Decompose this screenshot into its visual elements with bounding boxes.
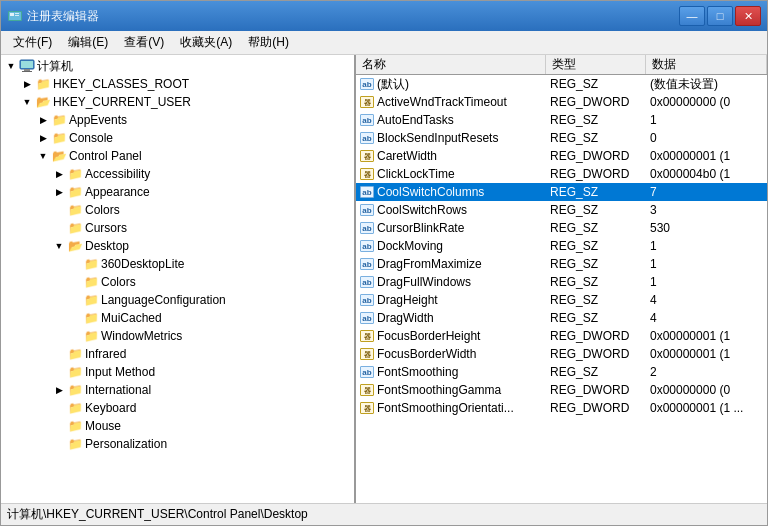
- cell-name: 器 FocusBorderWidth: [356, 345, 546, 363]
- cell-name: ab CoolSwitchColumns: [356, 183, 546, 201]
- tree-item-console[interactable]: ▶ 📁 Console: [1, 129, 354, 147]
- ab-value-icon: ab: [360, 312, 374, 324]
- tree-item-mouse[interactable]: 📁 Mouse: [1, 417, 354, 435]
- minimize-button[interactable]: —: [679, 6, 705, 26]
- menu-help[interactable]: 帮助(H): [240, 32, 297, 53]
- tree-item-keyboard[interactable]: 📁 Keyboard: [1, 399, 354, 417]
- tree-item-desktop[interactable]: ▼ 📂 Desktop: [1, 237, 354, 255]
- tree-label-keyboard: Keyboard: [85, 401, 136, 415]
- close-button[interactable]: ✕: [735, 6, 761, 26]
- value-name: FocusBorderHeight: [377, 329, 480, 343]
- tree-label-infrared: Infrared: [85, 347, 126, 361]
- cell-data: 0: [646, 129, 767, 147]
- expand-icon-mouse: [53, 420, 65, 432]
- table-row[interactable]: 器 ActiveWndTrackTimeout REG_DWORD 0x0000…: [356, 93, 767, 111]
- tree-label-appearance: Appearance: [85, 185, 150, 199]
- dword-value-icon: 器: [360, 150, 374, 162]
- table-row[interactable]: ab CursorBlinkRate REG_SZ 530: [356, 219, 767, 237]
- col-header-data: 数据: [646, 55, 767, 74]
- tree-item-personalization[interactable]: 📁 Personalization: [1, 435, 354, 453]
- menu-view[interactable]: 查看(V): [116, 32, 172, 53]
- cell-data: 4: [646, 309, 767, 327]
- table-row[interactable]: ab AutoEndTasks REG_SZ 1: [356, 111, 767, 129]
- tree-item-colors[interactable]: 📁 Colors: [1, 201, 354, 219]
- tree-item-controlpanel[interactable]: ▼ 📂 Control Panel: [1, 147, 354, 165]
- tree-label-colors2: Colors: [101, 275, 136, 289]
- tree-label-360desktoplite: 360DesktopLite: [101, 257, 184, 271]
- value-name: FontSmoothingOrientati...: [377, 401, 514, 415]
- dword-value-icon: 器: [360, 402, 374, 414]
- cell-name: 器 ClickLockTime: [356, 165, 546, 183]
- ab-value-icon: ab: [360, 222, 374, 234]
- cell-data: 0x000004b0 (1: [646, 165, 767, 183]
- menu-file[interactable]: 文件(F): [5, 32, 60, 53]
- title-bar: 注册表编辑器 — □ ✕: [1, 1, 767, 31]
- table-row[interactable]: 器 FocusBorderWidth REG_DWORD 0x00000001 …: [356, 345, 767, 363]
- table-row[interactable]: ab (默认) REG_SZ (数值未设置): [356, 75, 767, 93]
- maximize-button[interactable]: □: [707, 6, 733, 26]
- cell-type: REG_SZ: [546, 183, 646, 201]
- folder-icon-cursors: 📁: [67, 220, 83, 236]
- tree-item-colors2[interactable]: 📁 Colors: [1, 273, 354, 291]
- folder-icon-colors: 📁: [67, 202, 83, 218]
- expand-icon-hkcr: ▶: [21, 78, 33, 90]
- menu-favorites[interactable]: 收藏夹(A): [172, 32, 240, 53]
- value-name: CaretWidth: [377, 149, 437, 163]
- table-row[interactable]: ab FontSmoothing REG_SZ 2: [356, 363, 767, 381]
- ab-value-icon: ab: [360, 294, 374, 306]
- tree-item-appevents[interactable]: ▶ 📁 AppEvents: [1, 111, 354, 129]
- expand-icon-colors2: [69, 276, 81, 288]
- value-name: CoolSwitchRows: [377, 203, 467, 217]
- tree-item-muicached[interactable]: 📁 MuiCached: [1, 309, 354, 327]
- table-row[interactable]: ab CoolSwitchColumns REG_SZ 7: [356, 183, 767, 201]
- cell-data: (数值未设置): [646, 75, 767, 93]
- tree-item-accessibility[interactable]: ▶ 📁 Accessibility: [1, 165, 354, 183]
- cell-name: ab CoolSwitchRows: [356, 201, 546, 219]
- menu-edit[interactable]: 编辑(E): [60, 32, 116, 53]
- table-row[interactable]: ab DragWidth REG_SZ 4: [356, 309, 767, 327]
- tree-item-inputmethod[interactable]: 📁 Input Method: [1, 363, 354, 381]
- tree-item-hkcr[interactable]: ▶ 📁 HKEY_CLASSES_ROOT: [1, 75, 354, 93]
- folder-icon-hkcr: 📁: [35, 76, 51, 92]
- svg-rect-8: [22, 71, 32, 72]
- cell-name: ab DragHeight: [356, 291, 546, 309]
- value-name: ActiveWndTrackTimeout: [377, 95, 507, 109]
- tree-item-infrared[interactable]: 📁 Infrared: [1, 345, 354, 363]
- table-row[interactable]: ab DockMoving REG_SZ 1: [356, 237, 767, 255]
- expand-icon-cursors: [53, 222, 65, 234]
- cell-type: REG_SZ: [546, 309, 646, 327]
- ab-value-icon: ab: [360, 240, 374, 252]
- tree-item-windowmetrics[interactable]: 📁 WindowMetrics: [1, 327, 354, 345]
- value-name: DragWidth: [377, 311, 434, 325]
- table-row[interactable]: 器 FocusBorderHeight REG_DWORD 0x00000001…: [356, 327, 767, 345]
- table-row[interactable]: ab DragFullWindows REG_SZ 1: [356, 273, 767, 291]
- tree-item-cursors[interactable]: 📁 Cursors: [1, 219, 354, 237]
- value-name: FontSmoothing: [377, 365, 458, 379]
- table-row[interactable]: 器 FontSmoothingOrientati... REG_DWORD 0x…: [356, 399, 767, 417]
- cell-name: 器 CaretWidth: [356, 147, 546, 165]
- table-row[interactable]: ab DragFromMaximize REG_SZ 1: [356, 255, 767, 273]
- table-row[interactable]: 器 CaretWidth REG_DWORD 0x00000001 (1: [356, 147, 767, 165]
- table-row[interactable]: 器 ClickLockTime REG_DWORD 0x000004b0 (1: [356, 165, 767, 183]
- tree-item-langconfig[interactable]: 📁 LanguageConfiguration: [1, 291, 354, 309]
- table-body[interactable]: ab (默认) REG_SZ (数值未设置) 器 ActiveWndTrackT…: [356, 75, 767, 503]
- tree-panel[interactable]: ▼ 计算机 ▶ 📁 HKEY_CLASSES_ROOT: [1, 55, 356, 503]
- table-row[interactable]: ab CoolSwitchRows REG_SZ 3: [356, 201, 767, 219]
- expand-icon-inputmethod: [53, 366, 65, 378]
- table-row[interactable]: ab DragHeight REG_SZ 4: [356, 291, 767, 309]
- tree-item-360desktoplite[interactable]: 📁 360DesktopLite: [1, 255, 354, 273]
- expand-icon-personalization: [53, 438, 65, 450]
- tree-item-computer[interactable]: ▼ 计算机: [1, 57, 354, 75]
- tree-item-hkcu[interactable]: ▼ 📂 HKEY_CURRENT_USER: [1, 93, 354, 111]
- tree-item-international[interactable]: ▶ 📁 International: [1, 381, 354, 399]
- ab-value-icon: ab: [360, 132, 374, 144]
- folder-icon-colors2: 📁: [83, 274, 99, 290]
- table-header: 名称 类型 数据: [356, 55, 767, 75]
- tree-label-langconfig: LanguageConfiguration: [101, 293, 226, 307]
- table-row[interactable]: ab BlockSendInputResets REG_SZ 0: [356, 129, 767, 147]
- folder-icon-360desktoplite: 📁: [83, 256, 99, 272]
- table-row[interactable]: 器 FontSmoothingGamma REG_DWORD 0x0000000…: [356, 381, 767, 399]
- ab-value-icon: ab: [360, 366, 374, 378]
- cell-type: REG_DWORD: [546, 165, 646, 183]
- tree-item-appearance[interactable]: ▶ 📁 Appearance: [1, 183, 354, 201]
